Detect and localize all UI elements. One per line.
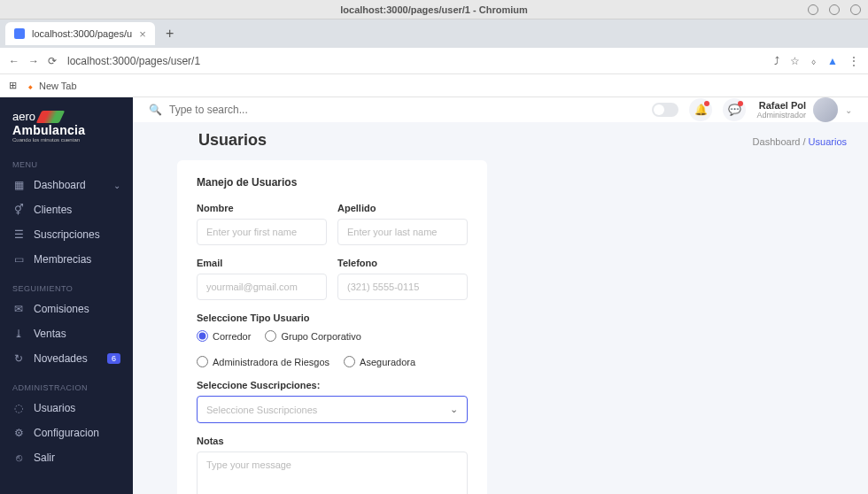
star-icon[interactable]: ☆ — [790, 55, 800, 67]
message-dot — [738, 101, 743, 106]
sidebar-item-clientes[interactable]: ⚥ Clientes — [0, 197, 133, 222]
extension-icon[interactable]: ⬨ — [810, 55, 817, 67]
sidebar-item-usuarios[interactable]: ◌ Usuarios — [0, 396, 133, 421]
novedades-badge: 6 — [107, 353, 120, 364]
nombre-input[interactable] — [197, 219, 327, 245]
gear-icon: ⚙ — [12, 427, 25, 439]
browser-tabs-bar: localhost:3000/pages/u × + — [0, 19, 868, 48]
bookmark-newtab[interactable]: ⬥ New Tab — [27, 81, 77, 91]
radio-grupo-corporativo[interactable]: Grupo Corporativo — [265, 330, 361, 342]
avatar — [813, 97, 838, 122]
side-section-seguimiento: SEGUIMIENTO — [0, 281, 133, 297]
notification-dot — [704, 101, 709, 106]
app-root: aero Ambulancia Cuando los minutos cuent… — [0, 97, 868, 494]
users-icon: ⚥ — [12, 204, 25, 216]
search-icon: 🔍 — [149, 104, 162, 116]
back-icon[interactable]: ← — [9, 55, 19, 67]
card-title: Manejo de Usuarios — [197, 176, 468, 189]
refresh-icon: ↻ — [12, 352, 25, 365]
user-icon: ◌ — [12, 402, 25, 414]
list-icon: ☰ — [12, 228, 25, 241]
forward-icon[interactable]: → — [28, 55, 39, 67]
search-input[interactable] — [169, 104, 641, 116]
chevron-down-icon: ⌄ — [845, 105, 852, 115]
main-content: 🔍 🔔 💬 Rafael Pol Administrador ⌄ Us — [133, 97, 868, 494]
topbar: 🔍 🔔 💬 Rafael Pol Administrador ⌄ — [133, 97, 868, 122]
sidebar-item-dashboard[interactable]: ▦ Dashboard ⌄ — [0, 173, 133, 197]
breadcrumb-link[interactable]: Usuarios — [809, 136, 847, 147]
new-tab-button[interactable]: + — [160, 24, 180, 43]
fire-icon: ⬥ — [27, 81, 34, 91]
sidebar-item-ventas[interactable]: ⤓ Ventas — [0, 321, 133, 346]
tab-favicon-icon — [14, 28, 25, 39]
apellido-label: Apellido — [337, 203, 468, 213]
card-icon: ▭ — [12, 253, 25, 266]
kebab-menu-icon[interactable]: ⋮ — [849, 55, 859, 67]
tab-title: localhost:3000/pages/u — [32, 28, 132, 39]
notification-button[interactable]: 🔔 — [689, 98, 712, 121]
search-wrap: 🔍 — [149, 104, 641, 116]
logo-swoosh-icon — [36, 111, 66, 123]
email-input[interactable] — [197, 274, 327, 300]
reload-icon[interactable]: ⟳ — [48, 55, 57, 67]
tipo-usuario-group: Seleccione Tipo Usuario Corredor Grupo C… — [197, 313, 468, 367]
browser-url-bar: ← → ⟳ localhost:3000/pages/user/1 ⤴ ☆ ⬨ … — [0, 48, 868, 74]
messages-button[interactable]: 💬 — [723, 98, 746, 121]
side-section-menu: MENU — [0, 157, 133, 173]
apps-icon[interactable]: ⊞ — [9, 80, 17, 91]
user-name: Rafael Pol — [756, 100, 806, 111]
user-menu[interactable]: Rafael Pol Administrador ⌄ — [756, 97, 852, 122]
maximize-icon[interactable] — [829, 4, 840, 15]
os-title-bar: localhost:3000/pages/user/1 - Chromium — [0, 0, 868, 19]
sidebar-item-membrecias[interactable]: ▭ Membrecias — [0, 247, 133, 272]
logout-icon: ⎋ — [12, 452, 25, 464]
logo: aero Ambulancia Cuando los minutos cuent… — [0, 106, 133, 148]
radio-aseguradora[interactable]: Aseguradora — [344, 356, 415, 367]
apellido-input[interactable] — [337, 219, 468, 245]
radio-corredor[interactable]: Corredor — [197, 330, 251, 342]
sidebar-item-configuracion[interactable]: ⚙ Configuracion — [0, 421, 133, 445]
theme-toggle[interactable] — [652, 103, 678, 117]
close-window-icon[interactable] — [850, 4, 861, 15]
notas-textarea[interactable] — [197, 452, 468, 494]
sidebar-item-salir[interactable]: ⎋ Salir — [0, 445, 133, 470]
url-input[interactable]: localhost:3000/pages/user/1 — [67, 55, 763, 67]
chevron-down-icon: ⌄ — [113, 181, 120, 190]
sidebar: aero Ambulancia Cuando los minutos cuent… — [0, 97, 133, 494]
bookmarks-bar: ⊞ ⬥ New Tab — [0, 74, 868, 97]
sidebar-item-suscripciones[interactable]: ☰ Suscripciones — [0, 222, 133, 247]
upload-icon: ⤓ — [12, 328, 25, 340]
profile-icon[interactable]: ▲ — [827, 55, 838, 67]
user-role: Administrador — [756, 111, 806, 120]
chevron-down-icon: ⌄ — [450, 404, 458, 415]
telefono-input[interactable] — [337, 274, 468, 300]
suscripciones-select[interactable]: Seleccione Suscripciones ⌄ — [197, 396, 468, 423]
grid-icon: ▦ — [12, 179, 25, 191]
share-icon[interactable]: ⤴ — [774, 55, 779, 67]
breadcrumb-bar: Usuarios Dashboard / Usuarios — [133, 122, 868, 150]
os-window-controls — [808, 4, 861, 15]
sidebar-item-novedades[interactable]: ↻ Novedades 6 — [0, 346, 133, 371]
side-section-admin: ADMINISTRACION — [0, 380, 133, 396]
page-title: Usuarios — [198, 131, 267, 150]
nombre-label: Nombre — [197, 203, 327, 213]
breadcrumb: Dashboard / Usuarios — [753, 136, 847, 147]
browser-tab[interactable]: localhost:3000/pages/u × — [5, 22, 155, 45]
os-window-title: localhost:3000/pages/user/1 - Chromium — [340, 4, 528, 15]
email-label: Email — [197, 258, 327, 268]
radio-admin-riesgos[interactable]: Administradora de Riesgos — [197, 356, 329, 367]
mail-icon: ✉ — [12, 303, 25, 315]
minimize-icon[interactable] — [808, 4, 818, 15]
notas-label: Notas — [197, 436, 468, 446]
sidebar-item-comisiones[interactable]: ✉ Comisiones — [0, 297, 133, 321]
suscripciones-label: Seleccione Suscripciones: — [197, 380, 468, 390]
form-card: Manejo de Usuarios Nombre Apellido Email — [177, 160, 487, 494]
telefono-label: Telefono — [337, 258, 468, 268]
tab-close-icon[interactable]: × — [139, 27, 146, 41]
tipo-label: Seleccione Tipo Usuario — [197, 313, 468, 323]
